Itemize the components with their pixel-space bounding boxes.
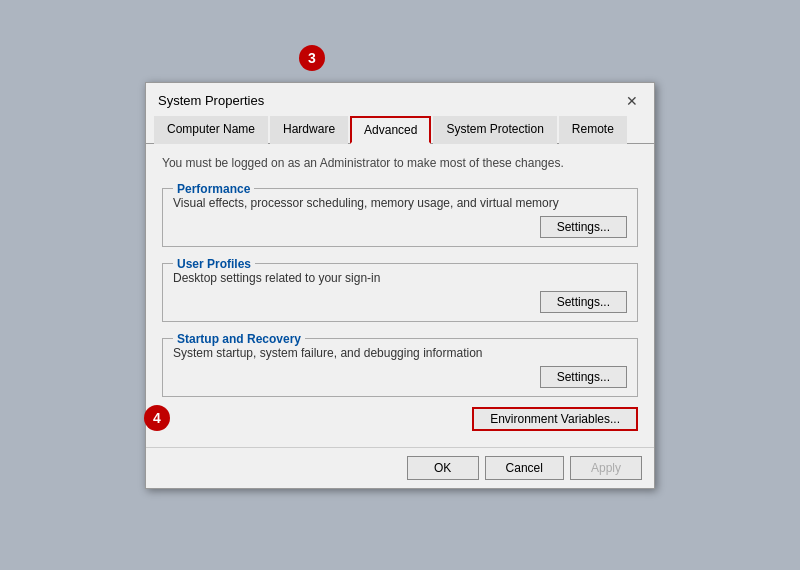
performance-settings-button[interactable]: Settings... [540,216,627,238]
tab-bar: Computer Name Hardware Advanced System P… [146,115,654,144]
user-profiles-settings-button[interactable]: Settings... [540,291,627,313]
startup-recovery-title: Startup and Recovery [173,332,305,346]
startup-recovery-section: Startup and Recovery System startup, sys… [162,332,638,397]
ok-button[interactable]: OK [407,456,479,480]
performance-section: Performance Visual effects, processor sc… [162,182,638,247]
dialog-title: System Properties [158,93,264,108]
user-profiles-description: Desktop settings related to your sign-in [173,271,627,285]
apply-button[interactable]: Apply [570,456,642,480]
title-bar: System Properties 3 ✕ [146,83,654,115]
tab-remote[interactable]: Remote [559,116,627,144]
startup-recovery-settings-button[interactable]: Settings... [540,366,627,388]
system-properties-dialog: System Properties 3 ✕ Computer Name Hard… [145,82,655,489]
close-button[interactable]: ✕ [622,91,642,111]
performance-description: Visual effects, processor scheduling, me… [173,196,627,210]
environment-variables-button[interactable]: Environment Variables... [472,407,638,431]
admin-note: You must be logged on as an Administrato… [162,156,638,170]
user-profiles-section: User Profiles Desktop settings related t… [162,257,638,322]
tab-advanced[interactable]: Advanced [350,116,431,144]
tab-system-protection[interactable]: System Protection [433,116,556,144]
performance-title: Performance [173,182,254,196]
startup-recovery-description: System startup, system failure, and debu… [173,346,627,360]
user-profiles-title: User Profiles [173,257,255,271]
dialog-body: You must be logged on as an Administrato… [146,144,654,447]
tab-hardware[interactable]: Hardware [270,116,348,144]
badge-3: 3 [299,45,325,71]
cancel-button[interactable]: Cancel [485,456,564,480]
tab-computer-name[interactable]: Computer Name [154,116,268,144]
dialog-footer: OK Cancel Apply [146,447,654,488]
environment-variables-row: 4 Environment Variables... [162,407,638,431]
badge-4: 4 [144,405,170,431]
